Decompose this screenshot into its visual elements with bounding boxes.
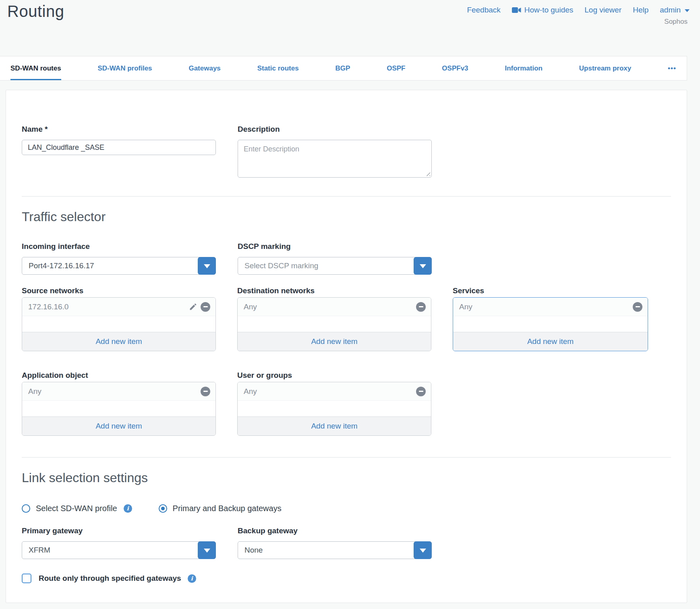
top-nav: Feedback How-to guides Log viewer Help a… [467,6,690,14]
radio-primary-backup-gateways[interactable] [159,504,167,513]
dropdown-arrow-icon[interactable] [198,257,216,275]
backup-gateway-select[interactable]: None [238,541,432,559]
route-only-checkbox[interactable] [22,574,31,583]
dropdown-arrow-icon[interactable] [414,257,432,275]
feedback-link[interactable]: Feedback [467,6,500,14]
routing-tabs: SD-WAN routes SD-WAN profiles Gateways S… [0,56,687,81]
route-only-label: Route only through specified gateways [39,574,181,583]
dropdown-arrow-icon[interactable] [414,541,432,559]
remove-item-icon[interactable] [633,302,642,312]
user-groups-label: User or groups [237,371,431,379]
name-field-group: Name * [22,125,216,178]
section-divider [22,196,671,197]
application-object-label: Application object [22,371,216,379]
page-header: Routing Feedback How-to guides Log viewe… [0,0,700,56]
traffic-selector-heading: Traffic selector [22,209,671,225]
list-item: 172.16.16.0 [22,298,215,316]
primary-gateway-select[interactable]: XFRM [22,541,216,559]
application-add-new-item-button[interactable]: Add new item [22,416,215,435]
backup-gateway-label: Backup gateway [238,527,432,535]
name-description-row: Name * Description [22,125,671,178]
list-item: Any [238,298,431,316]
services-box: Any Add new item [453,297,648,351]
gateway-fields: XFRM None [22,535,671,559]
users-add-new-item-button[interactable]: Add new item [238,416,431,435]
tab-ospf[interactable]: OSPF [387,56,405,80]
help-link[interactable]: Help [633,6,648,14]
info-icon[interactable]: i [124,504,132,513]
link-mode-radio-group: Select SD-WAN profile i Primary and Back… [22,503,671,513]
description-label: Description [238,125,432,133]
radio-label: Select SD-WAN profile [36,504,117,513]
page-title: Routing [7,2,64,21]
remove-item-icon[interactable] [201,387,210,396]
application-object-box: Any Add new item [22,382,216,436]
dropdown-arrow-icon[interactable] [198,541,216,559]
list-item: Any [22,382,215,401]
list-item: Any [238,382,431,401]
remove-item-icon[interactable] [416,302,426,312]
name-input[interactable] [22,140,216,155]
app-user-boxes: Any Add new item Any Add new item [22,379,671,436]
app-user-labels: Application object User or groups [22,371,671,379]
destination-networks-box: Any Add new item [237,297,431,351]
link-selection-heading: Link selection settings [22,470,671,486]
tab-sd-wan-routes[interactable]: SD-WAN routes [10,56,61,80]
radio-label: Primary and Backup gateways [173,504,282,513]
tab-static-routes[interactable]: Static routes [257,56,299,80]
description-textarea[interactable] [238,140,432,178]
source-add-new-item-button[interactable]: Add new item [22,332,215,351]
radio-select-sd-wan-profile[interactable] [22,504,30,513]
route-only-checkbox-row: Route only through specified gateways i [22,573,671,584]
tab-gateways[interactable]: Gateways [188,56,220,80]
chevron-down-icon [685,9,690,12]
networks-boxes: 172.16.16.0 Add new item Any Add new ite… [22,295,671,351]
primary-gateway-label: Primary gateway [22,527,216,535]
dscp-marking-label: DSCP marking [238,242,432,251]
networks-labels: Source networks Destination networks Ser… [22,287,671,295]
source-networks-box: 172.16.16.0 Add new item [22,297,216,351]
info-icon[interactable]: i [188,574,196,583]
edit-pencil-icon[interactable] [189,302,197,311]
user-groups-box: Any Add new item [237,382,431,436]
services-add-new-item-button[interactable]: Add new item [453,332,648,351]
org-name: Sophos [664,18,688,26]
interface-dscp-labels: Incoming interface DSCP marking [22,242,671,251]
admin-menu[interactable]: admin [660,6,690,14]
name-label: Name * [22,125,216,133]
interface-dscp-fields: Port4-172.16.16.17 Select DSCP marking [22,251,671,275]
section-divider [22,457,671,458]
tab-information[interactable]: Information [505,56,543,80]
log-viewer-link[interactable]: Log viewer [584,6,621,14]
remove-item-icon[interactable] [416,387,426,396]
video-camera-icon [512,7,521,13]
tab-ospfv3[interactable]: OSPFv3 [442,56,468,80]
destination-networks-label: Destination networks [237,287,431,295]
tab-bgp[interactable]: BGP [336,56,350,80]
howto-guides-link[interactable]: How-to guides [512,6,573,14]
source-networks-label: Source networks [22,287,216,295]
incoming-interface-label: Incoming interface [22,242,216,251]
gateway-labels: Primary gateway Backup gateway [22,527,671,535]
tabs-overflow-button[interactable]: ••• [668,56,676,80]
tab-sd-wan-profiles[interactable]: SD-WAN profiles [97,56,152,80]
destination-add-new-item-button[interactable]: Add new item [238,332,431,351]
description-field-group: Description [238,125,432,178]
dscp-marking-select[interactable]: Select DSCP marking [238,257,432,275]
services-label: Services [453,287,648,295]
incoming-interface-select[interactable]: Port4-172.16.16.17 [22,257,216,275]
list-item: Any [453,298,648,316]
remove-item-icon[interactable] [201,302,210,312]
sd-wan-route-form: Name * Description Traffic selector Inco… [6,90,687,603]
tab-upstream-proxy[interactable]: Upstream proxy [579,56,631,80]
